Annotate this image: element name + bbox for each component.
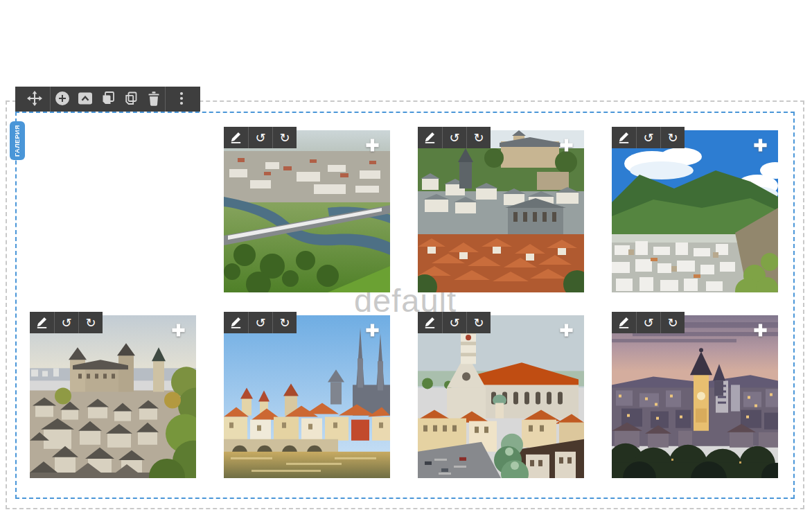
caret-up-icon bbox=[78, 91, 93, 108]
tile-toolbar: ↺↻ bbox=[418, 312, 491, 333]
copy-icon bbox=[123, 91, 139, 108]
tile-rotate-right-button[interactable]: ↻ bbox=[466, 312, 491, 333]
collapse-button[interactable] bbox=[73, 87, 96, 112]
tile-edit-button[interactable] bbox=[418, 127, 442, 148]
gallery-empty-cell bbox=[30, 130, 196, 292]
rotate-left-icon: ↺ bbox=[449, 132, 459, 144]
tile-toolbar: ↺↻ bbox=[224, 127, 297, 148]
tile-rotate-right-button[interactable]: ↻ bbox=[466, 127, 491, 148]
rotate-right-icon: ↻ bbox=[473, 132, 484, 144]
tile-rotate-left-button[interactable]: ↺ bbox=[442, 312, 466, 333]
tile-edit-button[interactable] bbox=[612, 127, 636, 148]
gallery-grid: ↺↻↺↻↺↻↺↻↺↻↺↻↺↻ bbox=[30, 130, 778, 478]
tile-rotate-right-button[interactable]: ↻ bbox=[78, 312, 103, 333]
plus-circle-icon bbox=[55, 91, 70, 108]
pencil-icon bbox=[229, 130, 243, 146]
gallery-tile[interactable]: ↺↻ bbox=[224, 130, 390, 292]
tile-toolbar: ↺↻ bbox=[224, 312, 297, 333]
rotate-right-icon: ↻ bbox=[85, 317, 96, 329]
kebab-icon bbox=[174, 91, 189, 108]
tile-rotate-left-button[interactable]: ↺ bbox=[442, 127, 466, 148]
gallery-tile[interactable]: ↺↻ bbox=[612, 130, 778, 292]
tile-edit-button[interactable] bbox=[224, 312, 248, 333]
rotate-right-icon: ↻ bbox=[279, 317, 290, 329]
rotate-left-icon: ↺ bbox=[643, 132, 653, 144]
trash-icon bbox=[146, 91, 161, 108]
pencil-icon bbox=[423, 130, 437, 146]
tile-rotate-left-button[interactable]: ↺ bbox=[248, 127, 272, 148]
duplicate-icon bbox=[100, 91, 116, 108]
move-button[interactable] bbox=[19, 87, 50, 112]
tile-toolbar: ↺↻ bbox=[30, 312, 103, 333]
rotate-left-icon: ↺ bbox=[255, 317, 265, 329]
more-button[interactable] bbox=[166, 87, 197, 112]
gallery-tile[interactable]: ↺↻ bbox=[612, 315, 778, 478]
tile-edit-button[interactable] bbox=[612, 312, 636, 333]
gallery-widget-tab[interactable]: ГАЛЕРИЯ bbox=[10, 121, 25, 160]
duplicate-button[interactable] bbox=[96, 87, 119, 112]
pencil-icon bbox=[423, 315, 437, 331]
tile-rotate-right-button[interactable]: ↻ bbox=[660, 312, 685, 333]
tile-toolbar: ↺↻ bbox=[612, 127, 685, 148]
add-button[interactable] bbox=[51, 87, 73, 112]
tile-toolbar: ↺↻ bbox=[612, 312, 685, 333]
rotate-left-icon: ↺ bbox=[61, 317, 71, 329]
module-toolbar bbox=[15, 87, 200, 112]
tile-rotate-right-button[interactable]: ↻ bbox=[272, 127, 297, 148]
rotate-right-icon: ↻ bbox=[473, 317, 484, 329]
plus-icon[interactable] bbox=[364, 322, 380, 341]
pencil-icon bbox=[229, 315, 243, 331]
move-icon bbox=[27, 91, 42, 108]
gallery-tile[interactable]: ↺↻ bbox=[30, 315, 196, 478]
plus-icon[interactable] bbox=[752, 137, 768, 156]
tile-edit-button[interactable] bbox=[418, 312, 442, 333]
pencil-icon bbox=[617, 130, 631, 146]
editor-canvas: default ↺↻↺↻↺↻↺↻↺↻↺↻↺↻ ГАЛЕРИЯ bbox=[0, 0, 812, 519]
tile-rotate-left-button[interactable]: ↺ bbox=[636, 127, 660, 148]
pencil-icon bbox=[35, 315, 49, 331]
rotate-right-icon: ↻ bbox=[279, 132, 290, 144]
rotate-left-icon: ↺ bbox=[643, 317, 653, 329]
tile-rotate-right-button[interactable]: ↻ bbox=[272, 312, 297, 333]
rotate-left-icon: ↺ bbox=[255, 132, 265, 144]
tile-rotate-left-button[interactable]: ↺ bbox=[54, 312, 78, 333]
tile-rotate-right-button[interactable]: ↻ bbox=[660, 127, 685, 148]
copy-button[interactable] bbox=[119, 87, 142, 112]
tile-edit-button[interactable] bbox=[224, 127, 248, 148]
tile-rotate-left-button[interactable]: ↺ bbox=[636, 312, 660, 333]
gallery-tile[interactable]: ↺↻ bbox=[418, 130, 584, 292]
pencil-icon bbox=[617, 315, 631, 331]
rotate-left-icon: ↺ bbox=[449, 317, 459, 329]
tile-edit-button[interactable] bbox=[30, 312, 54, 333]
tile-rotate-left-button[interactable]: ↺ bbox=[248, 312, 272, 333]
plus-icon[interactable] bbox=[558, 322, 574, 341]
gallery-tile[interactable]: ↺↻ bbox=[418, 315, 584, 478]
gallery-tile[interactable]: ↺↻ bbox=[224, 315, 390, 478]
plus-icon[interactable] bbox=[364, 137, 380, 156]
plus-icon[interactable] bbox=[558, 137, 574, 156]
plus-icon[interactable] bbox=[752, 322, 768, 341]
tile-toolbar: ↺↻ bbox=[418, 127, 491, 148]
plus-icon[interactable] bbox=[170, 322, 186, 341]
rotate-right-icon: ↻ bbox=[667, 132, 678, 144]
rotate-right-icon: ↻ bbox=[667, 317, 678, 329]
delete-button[interactable] bbox=[142, 87, 165, 112]
